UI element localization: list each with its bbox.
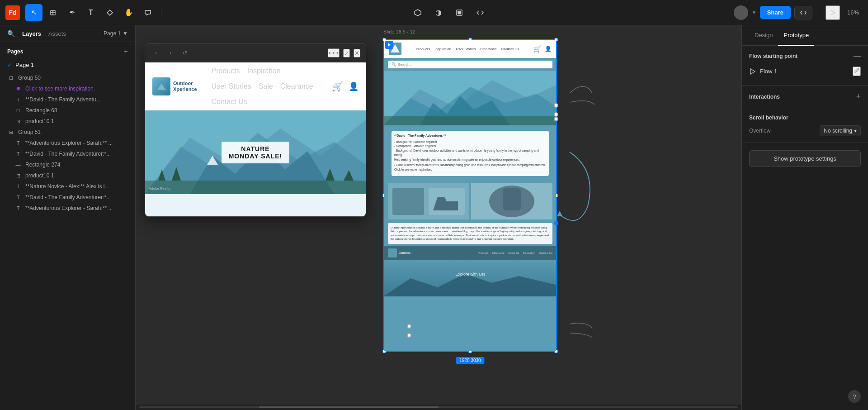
page-selector[interactable]: Page 1 ▼: [104, 30, 128, 37]
scroll-track: [139, 406, 738, 408]
layer-product-2[interactable]: ⊡ product10 1: [0, 170, 135, 181]
nav-inspiration[interactable]: Inspiration: [247, 67, 281, 75]
page-check-icon: ✓: [7, 62, 12, 68]
layer-text-1[interactable]: T **David - The Family Adventu...: [0, 94, 135, 105]
profile-card: **David - The Family Adventurer:** - Bac…: [392, 131, 549, 176]
layer-group-51[interactable]: ⊞ Group 51: [0, 127, 135, 138]
add-page-button[interactable]: +: [124, 48, 128, 56]
proto-dot-bottom-1[interactable]: [407, 324, 411, 329]
left-panel: 🔍 Layers Assets Page 1 ▼ Pages + ✓ Page …: [0, 25, 136, 410]
prototype-tab[interactable]: Prototype: [778, 25, 814, 46]
proto-dot-1[interactable]: [554, 103, 558, 108]
layer-text-david-2[interactable]: T **David - The Family Adventurer:*...: [0, 192, 135, 203]
design-tab[interactable]: Design: [749, 25, 778, 46]
layer-text-alex[interactable]: T **Nature Novice - Alex:** Alex is i...: [0, 181, 135, 192]
proto-dot-3[interactable]: [554, 117, 558, 121]
preview-close-btn[interactable]: ✕: [354, 49, 360, 57]
frame-nav-links: Products Inspiration User Stories Cleara…: [405, 47, 530, 51]
layers-list: ⊞ Group 50 ❋ Click to see more inspirati…: [0, 71, 135, 410]
frame-label: Slide 16:9 - 12: [383, 29, 415, 34]
page-item-1[interactable]: ✓ Page 1: [0, 59, 135, 71]
layer-rect-68[interactable]: □ Rectangle 68: [0, 105, 135, 116]
layers-tab[interactable]: Layers: [22, 30, 41, 37]
pages-section: Pages +: [0, 42, 135, 59]
code-view-btn[interactable]: [472, 4, 489, 21]
pages-title: Pages: [7, 48, 23, 55]
nav-user-stories[interactable]: User Stories: [212, 82, 251, 91]
scroll-behavior-section: Scroll behavior Overflow No scrolling ▾: [742, 108, 868, 143]
hand-tool[interactable]: ✋: [120, 4, 137, 21]
scale-tool[interactable]: [44, 4, 61, 21]
nav-contact-us[interactable]: Contact Us: [212, 98, 247, 106]
svg-rect-27: [384, 116, 556, 125]
sale-badge: NATURE MONDAY SALE!: [222, 142, 290, 163]
svg-marker-3: [415, 10, 421, 16]
frame-nav-inspiration: Inspiration: [434, 47, 451, 51]
pen-tool[interactable]: ✒: [63, 4, 80, 21]
proto-dot-bottom-2[interactable]: [407, 333, 411, 338]
cart-icon[interactable]: 🛒: [332, 81, 343, 92]
canvas-scrollbar[interactable]: [136, 405, 741, 410]
layer-text-sarah-2[interactable]: T **Adventurous Explorer - Sarah:** ...: [0, 203, 135, 214]
flow-edit-btn[interactable]: [853, 67, 861, 76]
flow-remove-btn[interactable]: —: [854, 52, 861, 60]
layer-name: **David - The Family Adventurer:*...: [25, 194, 111, 200]
layer-name: **Adventurous Explorer - Sarah:** ...: [25, 205, 113, 211]
scroll-behavior-row: Overflow No scrolling ▾: [749, 125, 861, 136]
layer-name: **Nature Novice - Alex:** Alex is i...: [25, 183, 109, 190]
layer-product-1[interactable]: ⊡ product10 1: [0, 116, 135, 127]
search-placeholder: Search...: [398, 62, 412, 67]
preview-forward-btn[interactable]: ›: [165, 48, 176, 58]
layer-text-sarah[interactable]: T **Adventurous Explorer - Sarah:** ...: [0, 138, 135, 148]
left-panel-tabs: 🔍 Layers Assets Page 1 ▼: [0, 25, 135, 42]
preview-back-btn[interactable]: ‹: [151, 48, 161, 58]
add-interaction-btn[interactable]: +: [856, 92, 861, 101]
scroll-thumb[interactable]: [259, 406, 439, 408]
layer-rect-274[interactable]: — Rectangle 274: [0, 159, 135, 170]
svg-marker-20: [388, 43, 391, 47]
overflow-dropdown[interactable]: No scrolling ▾: [820, 125, 861, 136]
contrast-btn[interactable]: ◑: [430, 4, 447, 21]
user-avatar[interactable]: [734, 5, 748, 20]
search-icon[interactable]: 🔍: [7, 30, 15, 37]
frame-nav-clearance: Clearance: [480, 47, 496, 51]
preview-refresh-btn[interactable]: ↺: [179, 48, 190, 58]
svg-rect-15: [145, 181, 366, 194]
show-prototype-settings-btn[interactable]: Show prototype settings: [749, 150, 861, 167]
fill-btn[interactable]: [451, 4, 468, 21]
product-card-1: [388, 183, 469, 219]
proto-dot-active[interactable]: [554, 221, 558, 225]
avatar-dropdown[interactable]: ▼: [752, 10, 756, 15]
nav-sale[interactable]: Sale: [259, 82, 273, 91]
flow-section-title: Flow starting point: [749, 53, 797, 59]
svg-rect-5: [458, 11, 461, 14]
components-tool[interactable]: [101, 4, 118, 21]
layer-group-50[interactable]: ⊞ Group 50: [0, 72, 135, 83]
code-button[interactable]: [794, 6, 812, 19]
profile-section: **David - The Family Adventurer:** - Bac…: [384, 125, 556, 181]
text-tool[interactable]: T: [82, 4, 99, 21]
text-icon: T: [14, 195, 22, 200]
play-button[interactable]: [826, 5, 840, 20]
svg-rect-29: [392, 188, 424, 215]
multiplayer-btn[interactable]: [409, 4, 426, 21]
select-tool[interactable]: ↖: [25, 4, 42, 21]
canvas-area[interactable]: ‹ › ↺ • • • ⤢ ✕: [136, 25, 741, 410]
layer-text-david[interactable]: T **David - The Family Adventurer:*...: [0, 148, 135, 159]
text-icon: T: [14, 205, 22, 211]
preview-external-btn[interactable]: ⤢: [343, 49, 350, 57]
user-icon[interactable]: 👤: [349, 81, 359, 91]
nav-clearance[interactable]: Clearance: [280, 82, 313, 91]
image-icon: ⊡: [14, 173, 22, 179]
share-button[interactable]: Share: [760, 6, 791, 19]
right-panel-tabs: Design Prototype: [742, 25, 868, 46]
comment-tool[interactable]: [139, 4, 156, 21]
interactions-header: Interactions +: [749, 92, 861, 101]
layer-component[interactable]: ❋ Click to see more inspiration.: [0, 83, 135, 94]
app-logo: Fd: [5, 5, 20, 20]
proto-dot-2[interactable]: [554, 112, 558, 117]
preview-menu-btn[interactable]: • • •: [328, 48, 340, 57]
assets-tab[interactable]: Assets: [48, 30, 66, 37]
help-icon[interactable]: ?: [848, 390, 861, 403]
nav-products[interactable]: Products: [212, 67, 240, 75]
